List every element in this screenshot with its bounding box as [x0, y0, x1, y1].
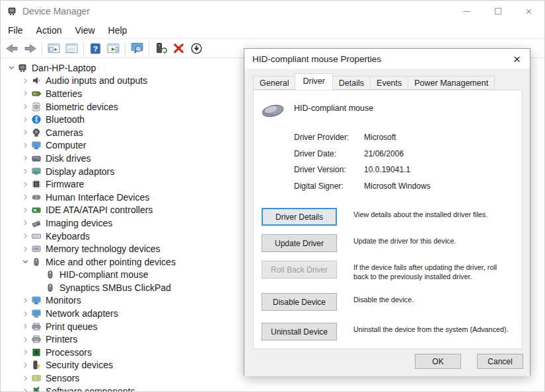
- scan-hardware-button[interactable]: [128, 40, 146, 57]
- update-driver-icon: [154, 42, 168, 55]
- camera-icon: [31, 127, 42, 138]
- title-bar: Device Manager ×: [1, 1, 544, 22]
- action-description: If the device fails after updating the d…: [353, 261, 497, 281]
- cancel-button[interactable]: Cancel: [477, 354, 523, 369]
- mouse-icon: [45, 269, 55, 280]
- tree-item-label: Dan-HP-Laptop: [32, 63, 96, 73]
- tab-power-management[interactable]: Power Management: [408, 76, 495, 90]
- dialog-title: HID-compliant mouse Properties: [252, 54, 381, 64]
- tree-item-label: Processors: [46, 347, 92, 358]
- device-manager-window: Device Manager × FileActionViewHelp ? Da…: [0, 0, 545, 392]
- driver-tab-page: HID-compliant mouse Driver Provider:Micr…: [253, 90, 523, 349]
- audio-icon: [31, 75, 42, 86]
- security-icon: [31, 360, 42, 370]
- expander-spacer: [34, 269, 45, 280]
- disable-button[interactable]: [188, 40, 205, 57]
- tree-item-label: Human Interface Devices: [46, 192, 149, 203]
- chevron-right-icon[interactable]: [20, 295, 31, 306]
- tab-details[interactable]: Details: [332, 76, 371, 90]
- chevron-right-icon[interactable]: [20, 360, 31, 370]
- tree-item-label: HID-compliant mouse: [59, 269, 149, 280]
- field-row-driver-provider: Driver Provider:Microsoft: [294, 133, 431, 149]
- update-driver-button[interactable]: [152, 40, 170, 57]
- tree-item-label: Memory technology devices: [46, 244, 161, 254]
- back-icon: [5, 42, 19, 55]
- dialog-close-button[interactable]: ×: [512, 53, 522, 65]
- display-icon: [31, 166, 42, 177]
- close-button[interactable]: ×: [513, 1, 544, 22]
- chevron-right-icon[interactable]: [20, 347, 31, 358]
- chevron-right-icon[interactable]: [20, 179, 31, 189]
- back-button[interactable]: [3, 40, 21, 57]
- uninstall-button[interactable]: [170, 40, 188, 57]
- properties-button[interactable]: [63, 40, 81, 57]
- menu-item-file[interactable]: File: [1, 23, 30, 38]
- chevron-right-icon[interactable]: [20, 308, 31, 319]
- menu-item-action[interactable]: Action: [30, 23, 69, 38]
- driver-details-button[interactable]: Driver Details: [262, 208, 337, 226]
- chevron-right-icon[interactable]: [20, 75, 31, 86]
- roll-back-driver-button: Roll Back Driver: [262, 261, 337, 278]
- tab-general[interactable]: General: [253, 76, 295, 90]
- tree-item-label: Monitors: [46, 295, 81, 306]
- minimize-button[interactable]: [451, 1, 482, 22]
- tree-item-label: Firmware: [46, 179, 84, 189]
- tree-item-label: Printers: [46, 334, 77, 344]
- chevron-right-icon[interactable]: [20, 166, 31, 177]
- chevron-right-icon[interactable]: [20, 218, 31, 228]
- tree-item-software-components[interactable]: Software components: [1, 385, 544, 391]
- chevron-right-icon[interactable]: [20, 127, 31, 138]
- chevron-right-icon[interactable]: [20, 373, 31, 383]
- chevron-down-icon[interactable]: [20, 257, 31, 267]
- menu-item-view[interactable]: View: [68, 23, 101, 38]
- console-tree-button[interactable]: [45, 40, 63, 57]
- chevron-right-icon[interactable]: [20, 153, 31, 164]
- chevron-right-icon[interactable]: [20, 244, 31, 254]
- forward-button[interactable]: [21, 40, 39, 57]
- chevron-right-icon[interactable]: [20, 386, 31, 391]
- chevron-right-icon[interactable]: [20, 140, 31, 150]
- chevron-right-icon[interactable]: [20, 102, 31, 112]
- tree-item-label: Sensors: [46, 373, 79, 383]
- chevron-right-icon[interactable]: [20, 114, 31, 125]
- close-icon: ×: [526, 6, 532, 17]
- tree-item-label: Audio inputs and outputs: [46, 75, 147, 86]
- ok-button[interactable]: OK: [415, 354, 461, 369]
- maximize-button[interactable]: [482, 1, 513, 22]
- tab-events[interactable]: Events: [370, 76, 408, 90]
- field-value: Microsoft Windows: [364, 181, 431, 198]
- window-controls: ×: [451, 1, 544, 22]
- field-value: 21/06/2006: [364, 149, 404, 166]
- chevron-right-icon[interactable]: [20, 231, 31, 242]
- forward-icon: [23, 42, 37, 55]
- chevron-down-icon[interactable]: [6, 63, 17, 73]
- toolbar-separator: [83, 42, 84, 55]
- window-title: Device Manager: [22, 6, 90, 16]
- tab-driver[interactable]: Driver: [295, 73, 332, 90]
- toolbar-separator: [149, 42, 149, 55]
- tree-item-label: Disk drives: [46, 153, 91, 164]
- chevron-right-icon[interactable]: [20, 205, 31, 215]
- chevron-right-icon[interactable]: [20, 192, 31, 203]
- biometric-icon: [31, 102, 42, 112]
- uninstall-device-button[interactable]: Uninstall Device: [262, 323, 337, 341]
- svg-text:?: ?: [93, 44, 98, 52]
- chevron-right-icon[interactable]: [20, 88, 31, 99]
- driver-fields: Driver Provider:MicrosoftDriver Date:21/…: [294, 133, 431, 197]
- field-label: Digital Signer:: [294, 181, 364, 198]
- printer-icon: [31, 334, 42, 344]
- action-pane-button[interactable]: [104, 40, 122, 57]
- chevron-right-icon[interactable]: [20, 321, 31, 332]
- update-driver-button[interactable]: Update Driver: [262, 234, 337, 252]
- tree-item-label: Software components: [46, 386, 135, 391]
- toolbar-separator: [42, 42, 42, 55]
- field-row-digital-signer: Digital Signer:Microsoft Windows: [294, 181, 431, 198]
- help-button[interactable]: ?: [87, 40, 104, 57]
- menu-item-help[interactable]: Help: [102, 23, 134, 38]
- disable-device-button[interactable]: Disable Device: [262, 293, 337, 311]
- mouse-photo-icon: [259, 102, 287, 119]
- action-pane-icon: [106, 42, 120, 55]
- dialog-footer: OK Cancel: [244, 349, 530, 376]
- chevron-right-icon[interactable]: [20, 334, 31, 344]
- uninstall-icon: [172, 42, 186, 55]
